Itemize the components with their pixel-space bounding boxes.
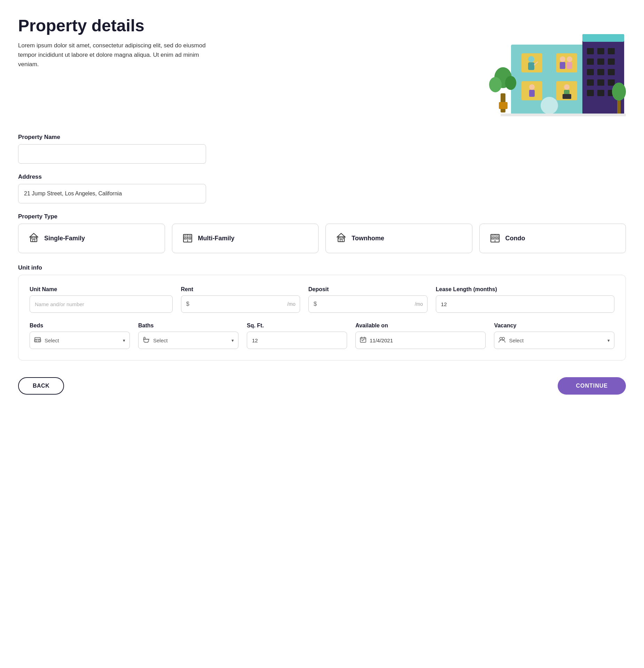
deposit-suffix: /mo <box>413 301 427 307</box>
property-type-label: Property Type <box>18 213 626 220</box>
rent-suffix: /mo <box>286 301 299 307</box>
available-on-value: 11/4/2021 <box>370 337 393 343</box>
svg-rect-5 <box>541 97 558 114</box>
calendar-icon <box>360 336 366 344</box>
townhome-label: Townhome <box>352 235 384 242</box>
rent-field: Rent $ /mo <box>181 286 300 313</box>
svg-rect-65 <box>34 339 41 342</box>
svg-point-20 <box>489 77 502 92</box>
beds-field: Beds Select ▾ <box>30 323 130 349</box>
svg-rect-17 <box>563 94 571 99</box>
property-type-condo[interactable]: Condo <box>479 224 626 253</box>
svg-rect-66 <box>35 340 37 341</box>
vacancy-label: Vacancy <box>494 323 614 329</box>
svg-point-11 <box>567 56 572 62</box>
svg-rect-29 <box>597 59 604 65</box>
svg-rect-38 <box>597 90 604 96</box>
sqft-input[interactable] <box>247 332 347 349</box>
svg-rect-46 <box>34 238 36 239</box>
svg-point-75 <box>500 337 502 340</box>
rent-label: Rent <box>181 286 300 293</box>
svg-point-13 <box>529 84 535 90</box>
svg-rect-36 <box>608 79 615 86</box>
svg-rect-33 <box>608 69 615 75</box>
beds-chevron-icon: ▾ <box>123 338 125 343</box>
svg-rect-50 <box>189 235 191 237</box>
svg-rect-49 <box>184 235 186 237</box>
address-section: Address <box>18 173 626 203</box>
svg-rect-51 <box>184 238 186 240</box>
multi-family-label: Multi-Family <box>198 235 235 242</box>
svg-rect-14 <box>529 90 535 97</box>
baths-chevron-icon: ▾ <box>231 338 234 343</box>
unit-name-input[interactable] <box>30 295 173 313</box>
rent-currency-symbol: $ <box>181 301 193 308</box>
page-description: Lorem ipsum dolor sit amet, consectetur … <box>18 41 206 69</box>
svg-rect-22 <box>499 102 508 109</box>
svg-rect-57 <box>342 238 344 239</box>
svg-rect-10 <box>560 62 565 69</box>
single-family-label: Single-Family <box>44 235 85 242</box>
svg-rect-31 <box>587 69 594 75</box>
vacancy-select[interactable]: Select ▾ <box>494 332 614 349</box>
property-type-section: Property Type Single-Family <box>18 213 626 253</box>
svg-line-69 <box>145 342 145 342</box>
svg-point-9 <box>560 56 565 62</box>
unit-row-1: Unit Name Rent $ /mo Deposit $ /mo <box>30 286 614 313</box>
svg-rect-52 <box>189 238 191 240</box>
svg-rect-12 <box>567 62 572 69</box>
condo-icon <box>489 232 501 245</box>
unit-row-2: Beds Select ▾ Baths <box>30 323 614 349</box>
continue-button[interactable]: CONTINUE <box>558 377 626 395</box>
page-title: Property details <box>18 17 206 35</box>
property-type-multi-family[interactable]: Multi-Family <box>172 224 319 253</box>
property-type-single-family[interactable]: Single-Family <box>18 224 165 253</box>
deposit-input[interactable] <box>320 296 413 312</box>
unit-name-field: Unit Name <box>30 286 173 313</box>
baths-select[interactable]: Select ▾ <box>138 332 238 349</box>
sqft-label: Sq. Ft. <box>247 323 347 329</box>
svg-rect-61 <box>496 235 498 237</box>
multi-family-icon <box>182 232 193 245</box>
svg-rect-45 <box>31 238 33 239</box>
svg-point-41 <box>612 83 626 101</box>
sqft-field: Sq. Ft. <box>247 323 347 349</box>
svg-rect-7 <box>528 62 534 70</box>
deposit-label: Deposit <box>308 286 427 293</box>
rent-input-wrapper[interactable]: $ /mo <box>181 295 300 313</box>
svg-rect-42 <box>501 114 626 116</box>
property-name-input[interactable] <box>18 144 206 164</box>
available-on-input[interactable]: 11/4/2021 <box>355 332 486 349</box>
rent-input[interactable] <box>193 296 286 312</box>
available-on-label: Available on <box>355 323 486 329</box>
svg-rect-55 <box>340 239 342 242</box>
lease-length-input[interactable] <box>436 295 614 313</box>
vacancy-chevron-icon: ▾ <box>607 338 610 343</box>
property-type-townhome[interactable]: Townhome <box>325 224 472 253</box>
property-type-grid: Single-Family Multi-Family <box>18 224 626 253</box>
beds-label: Beds <box>30 323 130 329</box>
building-illustration <box>480 17 626 121</box>
svg-rect-27 <box>608 48 615 54</box>
svg-rect-2 <box>556 53 577 72</box>
vacancy-select-label: Select <box>509 337 604 343</box>
vacancy-icon <box>498 336 505 344</box>
deposit-field: Deposit $ /mo <box>308 286 427 313</box>
townhome-icon <box>336 232 347 245</box>
beds-select[interactable]: Select ▾ <box>30 332 130 349</box>
svg-rect-63 <box>496 238 498 240</box>
unit-info-section: Unit info Unit Name Rent $ /mo Deposit $ <box>18 264 626 360</box>
svg-rect-32 <box>597 69 604 75</box>
svg-point-15 <box>564 84 570 90</box>
single-family-icon <box>28 232 39 245</box>
svg-rect-35 <box>597 79 604 86</box>
svg-rect-44 <box>33 239 35 242</box>
vacancy-field: Vacancy Select ▾ <box>494 323 614 349</box>
deposit-input-wrapper[interactable]: $ /mo <box>308 295 427 313</box>
address-input[interactable] <box>18 184 206 203</box>
unit-info-label: Unit info <box>18 264 626 271</box>
svg-rect-26 <box>597 48 604 54</box>
back-button[interactable]: BACK <box>18 377 64 395</box>
beds-select-label: Select <box>45 337 119 343</box>
svg-rect-62 <box>492 238 494 240</box>
